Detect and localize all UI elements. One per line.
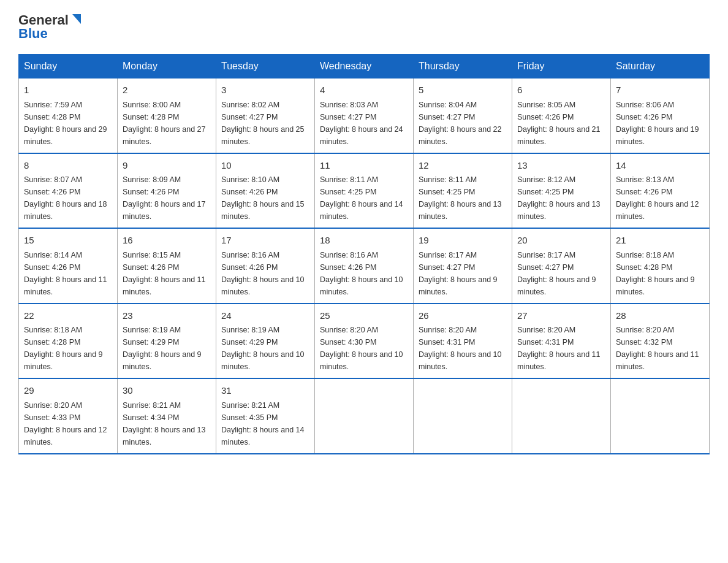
day-number: 8 bbox=[24, 159, 112, 173]
day-number: 21 bbox=[616, 234, 704, 248]
table-row: 19 Sunrise: 8:17 AMSunset: 4:27 PMDaylig… bbox=[414, 228, 512, 304]
table-row: 8 Sunrise: 8:07 AMSunset: 4:26 PMDayligh… bbox=[19, 153, 118, 229]
day-info: Sunrise: 8:03 AMSunset: 4:27 PMDaylight:… bbox=[320, 101, 403, 146]
svg-marker-0 bbox=[72, 14, 81, 24]
table-row: 10 Sunrise: 8:10 AMSunset: 4:26 PMDaylig… bbox=[216, 153, 315, 229]
day-info: Sunrise: 8:05 AMSunset: 4:26 PMDaylight:… bbox=[517, 101, 601, 146]
table-row: 22 Sunrise: 8:18 AMSunset: 4:28 PMDaylig… bbox=[19, 304, 118, 379]
day-info: Sunrise: 8:20 AMSunset: 4:32 PMDaylight:… bbox=[616, 326, 699, 371]
day-number: 7 bbox=[616, 83, 704, 98]
day-number: 20 bbox=[517, 234, 605, 248]
day-info: Sunrise: 8:20 AMSunset: 4:31 PMDaylight:… bbox=[517, 326, 601, 371]
header-sunday: Sunday bbox=[19, 55, 118, 79]
day-info: Sunrise: 8:13 AMSunset: 4:26 PMDaylight:… bbox=[616, 175, 699, 221]
table-row: 2 Sunrise: 8:00 AMSunset: 4:28 PMDayligh… bbox=[118, 79, 216, 153]
day-number: 26 bbox=[419, 309, 507, 323]
day-info: Sunrise: 8:16 AMSunset: 4:26 PMDaylight:… bbox=[221, 251, 305, 296]
header-wednesday: Wednesday bbox=[315, 55, 414, 79]
table-row: 26 Sunrise: 8:20 AMSunset: 4:31 PMDaylig… bbox=[414, 304, 512, 379]
day-info: Sunrise: 8:19 AMSunset: 4:29 PMDaylight:… bbox=[221, 326, 305, 371]
day-info: Sunrise: 8:16 AMSunset: 4:26 PMDaylight:… bbox=[320, 251, 403, 296]
table-row: 20 Sunrise: 8:17 AMSunset: 4:27 PMDaylig… bbox=[512, 228, 611, 304]
day-number: 17 bbox=[221, 234, 309, 248]
week-row-4: 22 Sunrise: 8:18 AMSunset: 4:28 PMDaylig… bbox=[19, 304, 710, 379]
day-info: Sunrise: 8:17 AMSunset: 4:27 PMDaylight:… bbox=[419, 251, 498, 296]
table-row bbox=[315, 378, 414, 454]
table-row: 21 Sunrise: 8:18 AMSunset: 4:28 PMDaylig… bbox=[611, 228, 710, 304]
day-info: Sunrise: 8:14 AMSunset: 4:26 PMDaylight:… bbox=[24, 251, 107, 296]
table-row: 23 Sunrise: 8:19 AMSunset: 4:29 PMDaylig… bbox=[118, 304, 216, 379]
table-row bbox=[512, 378, 611, 454]
day-info: Sunrise: 8:10 AMSunset: 4:26 PMDaylight:… bbox=[221, 175, 305, 221]
logo-triangle-icon bbox=[70, 13, 83, 26]
table-row: 25 Sunrise: 8:20 AMSunset: 4:30 PMDaylig… bbox=[315, 304, 414, 379]
week-row-3: 15 Sunrise: 8:14 AMSunset: 4:26 PMDaylig… bbox=[19, 228, 710, 304]
day-info: Sunrise: 8:17 AMSunset: 4:27 PMDaylight:… bbox=[517, 251, 596, 296]
day-number: 2 bbox=[123, 83, 211, 98]
table-row: 14 Sunrise: 8:13 AMSunset: 4:26 PMDaylig… bbox=[611, 153, 710, 229]
day-info: Sunrise: 8:21 AMSunset: 4:34 PMDaylight:… bbox=[123, 401, 206, 446]
day-info: Sunrise: 8:18 AMSunset: 4:28 PMDaylight:… bbox=[616, 251, 695, 296]
day-number: 29 bbox=[24, 384, 112, 398]
table-row: 29 Sunrise: 8:20 AMSunset: 4:33 PMDaylig… bbox=[19, 378, 118, 454]
day-number: 24 bbox=[221, 309, 309, 323]
day-info: Sunrise: 8:07 AMSunset: 4:26 PMDaylight:… bbox=[24, 175, 107, 221]
day-info: Sunrise: 8:20 AMSunset: 4:33 PMDaylight:… bbox=[24, 401, 107, 446]
table-row: 9 Sunrise: 8:09 AMSunset: 4:26 PMDayligh… bbox=[118, 153, 216, 229]
table-row: 5 Sunrise: 8:04 AMSunset: 4:27 PMDayligh… bbox=[414, 79, 512, 153]
table-row: 16 Sunrise: 8:15 AMSunset: 4:26 PMDaylig… bbox=[118, 228, 216, 304]
day-number: 28 bbox=[616, 309, 704, 323]
day-number: 3 bbox=[221, 83, 309, 98]
table-row: 4 Sunrise: 8:03 AMSunset: 4:27 PMDayligh… bbox=[315, 79, 414, 153]
day-info: Sunrise: 8:11 AMSunset: 4:25 PMDaylight:… bbox=[320, 175, 403, 221]
day-info: Sunrise: 8:09 AMSunset: 4:26 PMDaylight:… bbox=[123, 175, 206, 221]
header-friday: Friday bbox=[512, 55, 611, 79]
table-row: 30 Sunrise: 8:21 AMSunset: 4:34 PMDaylig… bbox=[118, 378, 216, 454]
page-header: General Blue bbox=[18, 12, 710, 42]
day-number: 1 bbox=[24, 83, 112, 98]
day-number: 30 bbox=[123, 384, 211, 398]
logo: General Blue bbox=[18, 12, 83, 42]
week-row-5: 29 Sunrise: 8:20 AMSunset: 4:33 PMDaylig… bbox=[19, 378, 710, 454]
table-row: 24 Sunrise: 8:19 AMSunset: 4:29 PMDaylig… bbox=[216, 304, 315, 379]
table-row: 7 Sunrise: 8:06 AMSunset: 4:26 PMDayligh… bbox=[611, 79, 710, 153]
day-number: 6 bbox=[517, 83, 605, 98]
day-number: 18 bbox=[320, 234, 408, 248]
day-number: 13 bbox=[517, 159, 605, 173]
table-row: 15 Sunrise: 8:14 AMSunset: 4:26 PMDaylig… bbox=[19, 228, 118, 304]
day-number: 4 bbox=[320, 83, 408, 98]
header-saturday: Saturday bbox=[611, 55, 710, 79]
day-info: Sunrise: 8:20 AMSunset: 4:30 PMDaylight:… bbox=[320, 326, 403, 371]
day-number: 14 bbox=[616, 159, 704, 173]
day-info: Sunrise: 8:11 AMSunset: 4:25 PMDaylight:… bbox=[419, 175, 502, 221]
table-row: 12 Sunrise: 8:11 AMSunset: 4:25 PMDaylig… bbox=[414, 153, 512, 229]
day-number: 25 bbox=[320, 309, 408, 323]
day-info: Sunrise: 7:59 AMSunset: 4:28 PMDaylight:… bbox=[24, 101, 107, 146]
week-row-2: 8 Sunrise: 8:07 AMSunset: 4:26 PMDayligh… bbox=[19, 153, 710, 229]
day-number: 22 bbox=[24, 309, 112, 323]
day-info: Sunrise: 8:12 AMSunset: 4:25 PMDaylight:… bbox=[517, 175, 601, 221]
table-row: 17 Sunrise: 8:16 AMSunset: 4:26 PMDaylig… bbox=[216, 228, 315, 304]
table-row: 27 Sunrise: 8:20 AMSunset: 4:31 PMDaylig… bbox=[512, 304, 611, 379]
day-info: Sunrise: 8:19 AMSunset: 4:29 PMDaylight:… bbox=[123, 326, 202, 371]
day-info: Sunrise: 8:06 AMSunset: 4:26 PMDaylight:… bbox=[616, 101, 699, 146]
day-number: 23 bbox=[123, 309, 211, 323]
day-number: 11 bbox=[320, 159, 408, 173]
day-number: 19 bbox=[419, 234, 507, 248]
table-row: 18 Sunrise: 8:16 AMSunset: 4:26 PMDaylig… bbox=[315, 228, 414, 304]
header-monday: Monday bbox=[118, 55, 216, 79]
header-thursday: Thursday bbox=[414, 55, 512, 79]
day-number: 12 bbox=[419, 159, 507, 173]
day-info: Sunrise: 8:04 AMSunset: 4:27 PMDaylight:… bbox=[419, 101, 502, 146]
day-info: Sunrise: 8:21 AMSunset: 4:35 PMDaylight:… bbox=[221, 401, 305, 446]
day-info: Sunrise: 8:02 AMSunset: 4:27 PMDaylight:… bbox=[221, 101, 305, 146]
day-number: 9 bbox=[123, 159, 211, 173]
table-row: 1 Sunrise: 7:59 AMSunset: 4:28 PMDayligh… bbox=[19, 79, 118, 153]
table-row: 31 Sunrise: 8:21 AMSunset: 4:35 PMDaylig… bbox=[216, 378, 315, 454]
logo-blue-text: Blue bbox=[18, 26, 83, 42]
day-info: Sunrise: 8:20 AMSunset: 4:31 PMDaylight:… bbox=[419, 326, 502, 371]
calendar-table: SundayMondayTuesdayWednesdayThursdayFrid… bbox=[18, 54, 710, 454]
table-row: 6 Sunrise: 8:05 AMSunset: 4:26 PMDayligh… bbox=[512, 79, 611, 153]
day-info: Sunrise: 8:15 AMSunset: 4:26 PMDaylight:… bbox=[123, 251, 206, 296]
table-row: 11 Sunrise: 8:11 AMSunset: 4:25 PMDaylig… bbox=[315, 153, 414, 229]
